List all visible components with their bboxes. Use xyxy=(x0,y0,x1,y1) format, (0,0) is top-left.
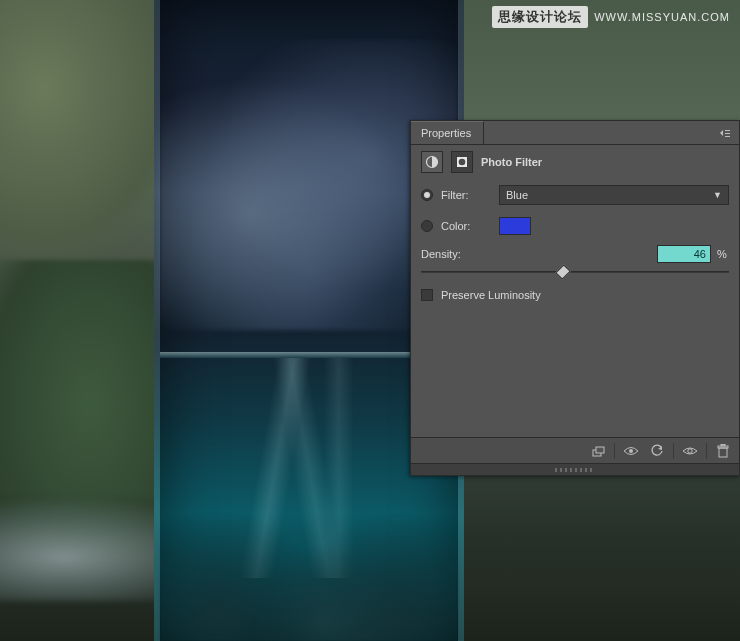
chevron-down-icon: ▼ xyxy=(713,190,722,200)
bottle-coral xyxy=(160,511,458,641)
color-swatch[interactable] xyxy=(499,217,531,235)
svg-rect-12 xyxy=(721,444,725,446)
filter-select-value: Blue xyxy=(506,189,528,201)
svg-rect-7 xyxy=(596,447,604,453)
mask-icon[interactable] xyxy=(451,151,473,173)
adjustment-type-row: Photo Filter xyxy=(411,145,739,179)
watermark-text: 思缘设计论坛 xyxy=(492,6,588,28)
trash-icon[interactable] xyxy=(711,442,735,460)
filter-radio[interactable] xyxy=(421,189,433,201)
color-label: Color: xyxy=(441,220,491,232)
panel-footer xyxy=(411,437,739,463)
svg-rect-1 xyxy=(725,133,730,134)
preserve-row: Preserve Luminosity xyxy=(411,283,739,307)
color-radio[interactable] xyxy=(421,220,433,232)
svg-point-5 xyxy=(459,159,466,166)
watermark-url: WWW.MISSYUAN.COM xyxy=(594,11,730,23)
svg-rect-2 xyxy=(725,136,730,137)
svg-point-9 xyxy=(688,448,692,452)
filter-label: Filter: xyxy=(441,189,491,201)
panel-tabbar: Properties xyxy=(411,121,739,145)
panel-resize-handle[interactable] xyxy=(411,463,739,475)
svg-rect-10 xyxy=(719,448,727,457)
density-label: Density: xyxy=(421,248,461,260)
filter-select[interactable]: Blue ▼ xyxy=(499,185,729,205)
density-input[interactable] xyxy=(657,245,711,263)
panel-menu-icon[interactable] xyxy=(719,128,739,138)
color-option-row: Color: xyxy=(411,211,739,241)
density-slider[interactable] xyxy=(421,265,729,279)
svg-point-8 xyxy=(629,449,633,453)
svg-rect-0 xyxy=(725,130,730,131)
adjustment-title: Photo Filter xyxy=(481,156,542,168)
properties-tab[interactable]: Properties xyxy=(411,121,484,144)
adjustment-icon[interactable] xyxy=(421,151,443,173)
preserve-luminosity-checkbox[interactable] xyxy=(421,289,433,301)
properties-panel: Properties Photo Filter Filter: Blue ▼ xyxy=(410,120,740,476)
density-row: Density: % xyxy=(411,241,739,283)
watermark: 思缘设计论坛 WWW.MISSYUAN.COM xyxy=(492,6,730,28)
reset-icon[interactable] xyxy=(645,442,669,460)
view-previous-state-icon[interactable] xyxy=(619,442,643,460)
slider-thumb[interactable] xyxy=(555,264,571,280)
density-unit: % xyxy=(715,248,729,260)
filter-option-row: Filter: Blue ▼ xyxy=(411,179,739,211)
photoshop-canvas: 思缘设计论坛 WWW.MISSYUAN.COM Properties Photo… xyxy=(0,0,740,641)
clip-to-layer-icon[interactable] xyxy=(586,442,610,460)
preserve-luminosity-label: Preserve Luminosity xyxy=(441,289,541,301)
visibility-icon[interactable] xyxy=(678,442,702,460)
